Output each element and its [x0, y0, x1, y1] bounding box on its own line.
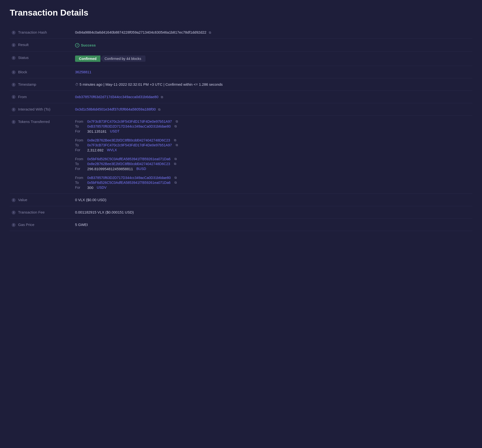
token-row-for-0: For 301.135181 USDT [75, 129, 470, 133]
label-transaction-hash: i Transaction Hash [10, 26, 73, 39]
copy-token-from-2[interactable]: ⧉ [174, 157, 177, 161]
token-for-label-2: For [75, 167, 85, 171]
token-to-label-1: To [75, 143, 85, 147]
token-amount-2: 296.8109954812459858811 [87, 167, 133, 171]
copy-token-from-1[interactable]: ⧉ [174, 138, 176, 142]
label-from: i From [10, 91, 73, 103]
info-icon-timestamp: i [12, 83, 16, 87]
token-from-address-3[interactable]: 0xB378570f63D2D717D344cc349acCa0D31b6dae… [87, 176, 171, 180]
row-tokens-transferred: i Tokens Transferred From 0x7F3cB73FC470… [10, 115, 472, 194]
token-transfer-2: From 0x5bF6d526C5C0AdfEA5853941f7B59261e… [75, 157, 470, 171]
info-icon-hash: i [12, 31, 16, 35]
copy-token-to-0[interactable]: ⧉ [174, 124, 177, 128]
label-transaction-fee: i Transaction Fee [10, 206, 73, 218]
token-row-to-0: To 0xB378570f63D2D717D344cc349acCa0D31b6… [75, 124, 470, 128]
value-transaction-fee: 0.001182915 VLX ($0.000151 USD) [73, 206, 472, 218]
value-transaction-hash: 0x84a9884c0a6d41640b8874228f059a2713404c… [73, 26, 472, 39]
row-value: i Value 0 VLX ($0.00 USD) [10, 194, 472, 206]
token-symbol-1: WVLX [106, 148, 117, 152]
info-icon-from: i [12, 95, 16, 99]
info-icon-result: i [12, 43, 16, 47]
token-symbol-0: USDT [109, 129, 119, 133]
token-to-address-3[interactable]: 0x5bF6d526C5C0AdfEA5853941f7B59261ea071D… [87, 181, 171, 185]
label-gas-price: i Gas Price [10, 218, 73, 231]
token-row-for-1: For 2,312.692 WVLX [75, 148, 470, 152]
token-row-for-2: For 296.8109954812459858811 BUSD [75, 167, 470, 171]
row-from: i From 0xb378570f63d2d717d344cc349acca0d… [10, 91, 472, 103]
row-block: i Block 36258811 [10, 66, 472, 78]
info-icon-status: i [12, 56, 16, 60]
label-interacted-with: i Interacted With (To) [10, 103, 73, 115]
copy-from-button[interactable]: ⧉ [161, 95, 163, 99]
copy-token-from-3[interactable]: ⧉ [174, 176, 177, 180]
hash-value: 0x84a9884c0a6d41640b8874228f059a2713404c… [75, 30, 206, 34]
token-to-address-1[interactable]: 0x7F3cB73FC470c2c9F543FdD17dF4De0e97b51A… [87, 143, 172, 147]
token-from-address-0[interactable]: 0x7F3cB73FC470c2c9F543FdD17dF4De0e97b51A… [87, 120, 172, 123]
token-to-label-2: To [75, 162, 85, 166]
value-timestamp: ⏱ 5 minutes ago | May-11-2022 02:32:01 P… [73, 78, 472, 91]
block-link[interactable]: 36258811 [75, 70, 91, 74]
token-symbol-3: USDV [96, 186, 106, 189]
copy-token-to-1[interactable]: ⧉ [176, 143, 178, 147]
label-block: i Block [10, 66, 73, 78]
token-row-to-3: To 0x5bF6d526C5C0AdfEA5853941f7B59261ea0… [75, 181, 470, 185]
label-value: i Value [10, 194, 73, 206]
token-for-label-0: For [75, 129, 85, 133]
token-row-from-1: From 0x8e2B762Bee3E2bf2C8fB0cdd042740427… [75, 138, 470, 142]
value-result: ✓ Success [73, 39, 472, 52]
info-icon-fee: i [12, 211, 16, 215]
token-from-address-1[interactable]: 0x8e2B762Bee3E2bf2C8fB0cdd04274042748D6C… [87, 138, 170, 142]
info-icon-tokens: i [12, 120, 16, 124]
from-address-link[interactable]: 0xb378570f63d2d717d344cc349acca0d31b6dae… [75, 95, 158, 99]
token-from-label-3: From [75, 176, 85, 180]
token-amount-3: 300 [87, 186, 93, 190]
token-row-to-2: To 0x8e2B762Bee3E2bf2C8fB0cdd04274042748… [75, 162, 470, 166]
label-status: i Status [10, 51, 73, 66]
row-interacted-with: i Interacted With (To) 0x3d1c58b6d4501e3… [10, 103, 472, 115]
success-icon: ✓ [75, 43, 79, 47]
token-row-from-3: From 0xB378570f63D2D717D344cc349acCa0D31… [75, 176, 470, 180]
token-row-for-3: For 300 USDV [75, 186, 470, 190]
value-gas-price: 5 GWEI [73, 218, 472, 231]
token-amount-0: 301.135181 [87, 129, 106, 133]
token-row-from-2: From 0x5bF6d526C5C0AdfEA5853941f7B59261e… [75, 157, 470, 161]
value-block: 36258811 [73, 66, 472, 78]
token-row-to-1: To 0x7F3cB73FC470c2c9F543FdD17dF4De0e97b… [75, 143, 470, 147]
row-result: i Result ✓ Success [10, 39, 472, 52]
copy-interacted-button[interactable]: ⧉ [158, 108, 160, 112]
token-transfer-1: From 0x8e2B762Bee3E2bf2C8fB0cdd042740427… [75, 138, 470, 152]
token-from-label-1: From [75, 138, 85, 142]
success-badge: ✓ Success [75, 43, 96, 47]
copy-token-to-3[interactable]: ⧉ [174, 181, 177, 185]
token-for-label-1: For [75, 148, 85, 152]
row-timestamp: i Timestamp ⏱ 5 minutes ago | May-11-202… [10, 78, 472, 91]
token-to-label-3: To [75, 181, 85, 185]
token-to-address-2[interactable]: 0x8e2B762Bee3E2bf2C8fB0cdd04274042748D6C… [87, 162, 170, 166]
token-for-label-3: For [75, 186, 85, 189]
page-title: Transaction Details [10, 8, 472, 18]
row-transaction-hash: i Transaction Hash 0x84a9884c0a6d41640b8… [10, 26, 472, 39]
label-timestamp: i Timestamp [10, 78, 73, 91]
copy-token-from-0[interactable]: ⧉ [176, 120, 178, 123]
clock-icon: ⏱ [75, 83, 78, 86]
copy-hash-button[interactable]: ⧉ [209, 31, 211, 35]
token-symbol-2: BUSD [135, 167, 146, 171]
detail-table: i Transaction Hash 0x84a9884c0a6d41640b8… [10, 26, 472, 231]
label-tokens-transferred: i Tokens Transferred [10, 115, 73, 194]
copy-token-to-2[interactable]: ⧉ [174, 162, 176, 166]
token-to-label-0: To [75, 124, 85, 128]
confirmed-blocks-badge: Confirmed by 44 blocks [100, 56, 145, 62]
value-status: Confirmed Confirmed by 44 blocks [73, 51, 472, 66]
value-value: 0 VLX ($0.00 USD) [73, 194, 472, 206]
info-icon-gas: i [12, 223, 16, 227]
token-to-address-0[interactable]: 0xB378570f63D2D717D344cc349acCa0D31b6dae… [87, 124, 171, 128]
token-from-address-2[interactable]: 0x5bF6d526C5C0AdfEA5853941f7B59261ea071D… [87, 157, 171, 161]
tokens-container: From 0x7F3cB73FC470c2c9F543FdD17dF4De0e9… [75, 120, 470, 190]
token-from-label-2: From [75, 157, 85, 161]
interacted-address-link[interactable]: 0x3d1c58b6d4501e34df37cf0f664a58059a188f… [75, 107, 156, 111]
value-tokens-transferred: From 0x7F3cB73FC470c2c9F543FdD17dF4De0e9… [73, 115, 472, 194]
info-icon-value: i [12, 198, 16, 202]
confirmed-badge: Confirmed [75, 56, 100, 62]
value-interacted-with: 0x3d1c58b6d4501e34df37cf0f664a58059a188f… [73, 103, 472, 115]
token-transfer-3: From 0xB378570f63D2D717D344cc349acCa0D31… [75, 176, 470, 190]
